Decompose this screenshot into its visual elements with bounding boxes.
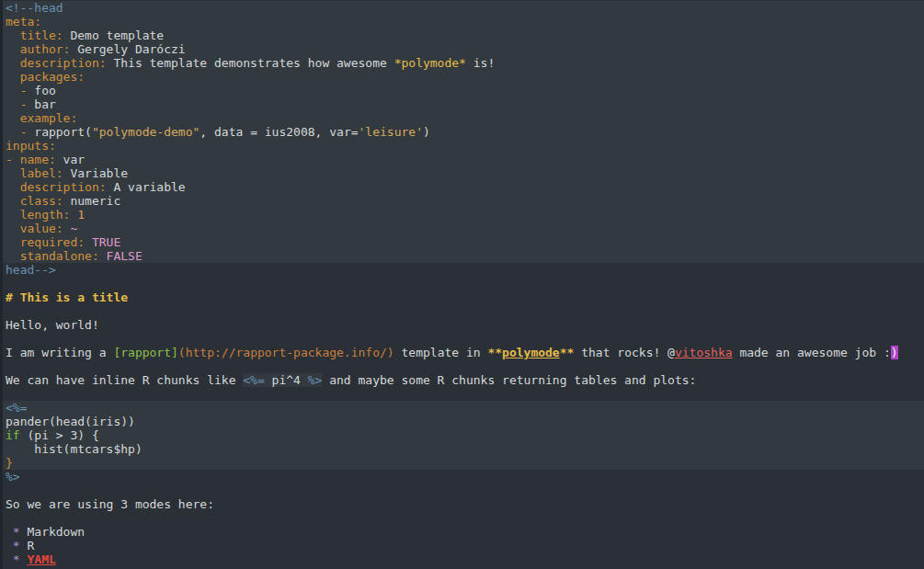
code-segment: - name: bbox=[6, 153, 56, 166]
code-segment: ** bbox=[560, 346, 575, 359]
code-line bbox=[3, 277, 924, 290]
code-segment: I am writing a bbox=[6, 346, 113, 359]
code-segment: vitoshka bbox=[675, 346, 733, 359]
code-line: Hello, world! bbox=[3, 318, 924, 332]
code-segment bbox=[6, 84, 20, 97]
code-segment bbox=[6, 42, 20, 56]
code-line: hist(mtcars$hp) bbox=[3, 442, 924, 456]
code-line: head--> bbox=[3, 263, 924, 277]
code-segment: This template demonstrates how awesome bbox=[107, 56, 394, 70]
code-segment: , data = ius2008, var= bbox=[200, 125, 358, 139]
code-segment: numeric bbox=[63, 194, 121, 208]
code-segment: required: bbox=[20, 235, 85, 249]
code-line: required: TRUE bbox=[3, 235, 924, 249]
code-segment: Demo template bbox=[63, 28, 165, 42]
code-line: %> bbox=[3, 470, 924, 484]
code-line: value: ~ bbox=[3, 222, 924, 235]
code-line: inputs: bbox=[3, 139, 924, 153]
code-segment: A variable bbox=[107, 180, 186, 194]
code-line bbox=[3, 332, 924, 346]
code-segment bbox=[6, 539, 13, 552]
code-line: * YAML bbox=[3, 552, 924, 566]
code-segment: packages: bbox=[20, 70, 85, 84]
code-line: label: Variable bbox=[3, 166, 924, 180]
code-line: We can have inline R chunks like <%= pi^… bbox=[3, 373, 924, 387]
code-line: } bbox=[3, 456, 924, 470]
code-segment: "polymode-demo" bbox=[92, 125, 200, 139]
code-segment: hist(mtcars$hp) bbox=[6, 442, 143, 456]
code-line: example: bbox=[3, 111, 924, 125]
code-segment: So we are using 3 modes here: bbox=[6, 497, 214, 511]
code-segment: class: bbox=[20, 194, 63, 208]
code-segment bbox=[6, 166, 20, 180]
code-line bbox=[3, 511, 924, 525]
code-segment: %> bbox=[308, 373, 323, 387]
code-segment: inputs: bbox=[6, 139, 56, 153]
code-segment: * bbox=[13, 552, 20, 566]
code-line: length: 1 bbox=[3, 208, 924, 222]
code-line: - rapport("polymode-demo", data = ius200… bbox=[3, 125, 924, 139]
code-segment: *polymode* bbox=[394, 56, 466, 70]
code-line: meta: bbox=[3, 15, 924, 28]
code-segment: %> bbox=[6, 470, 20, 484]
code-segment: title: bbox=[20, 28, 63, 42]
code-segment: <%= bbox=[6, 401, 27, 415]
code-segment bbox=[6, 552, 13, 566]
code-segment: and maybe some R chunks returning tables… bbox=[322, 373, 696, 387]
code-line: pander(head(iris)) bbox=[3, 415, 924, 428]
code-segment: is! bbox=[466, 56, 495, 70]
code-segment bbox=[6, 56, 20, 70]
text-editor-buffer[interactable]: <!--headmeta: title: Demo template autho… bbox=[0, 0, 924, 569]
code-segment: # This is a title bbox=[6, 290, 128, 304]
code-segment: author: bbox=[20, 42, 71, 56]
code-segment bbox=[6, 249, 20, 263]
code-segment: ** bbox=[487, 346, 502, 359]
code-line: packages: bbox=[3, 70, 924, 84]
code-line: standalone: FALSE bbox=[3, 249, 924, 263]
code-segment bbox=[6, 28, 20, 42]
code-line: I am writing a [rapport](http://rapport-… bbox=[3, 346, 924, 359]
code-segment: template in bbox=[394, 346, 488, 359]
code-segment: * bbox=[13, 539, 20, 552]
code-line: # This is a title bbox=[3, 290, 924, 304]
code-segment: Markdown bbox=[20, 525, 85, 539]
text-cursor: ) bbox=[891, 346, 898, 359]
code-segment bbox=[85, 235, 92, 249]
code-segment: FALSE bbox=[107, 249, 143, 263]
code-line bbox=[3, 304, 924, 318]
code-segment: example: bbox=[20, 111, 78, 125]
code-segment: <%= bbox=[243, 373, 264, 387]
code-segment: head--> bbox=[6, 263, 56, 277]
code-line bbox=[3, 359, 924, 373]
code-segment bbox=[6, 194, 20, 208]
code-segment: * bbox=[13, 525, 20, 539]
code-segment: standalone: bbox=[20, 249, 99, 263]
code-segment: Hello, world! bbox=[6, 318, 99, 332]
code-line: * R bbox=[3, 539, 924, 552]
code-segment: ) bbox=[423, 125, 430, 139]
code-segment: R bbox=[20, 539, 35, 552]
code-segment bbox=[6, 525, 13, 539]
code-segment: made an awesome job : bbox=[733, 346, 891, 359]
code-segment: value: bbox=[20, 222, 63, 235]
code-line: * Markdown bbox=[3, 525, 924, 539]
code-line: author: Gergely Daróczi bbox=[3, 42, 924, 56]
code-line: if (pi > 3) { bbox=[3, 428, 924, 442]
code-segment bbox=[6, 97, 20, 111]
code-segment: } bbox=[6, 456, 13, 470]
code-segment bbox=[6, 180, 20, 194]
code-line: class: numeric bbox=[3, 194, 924, 208]
code-segment: label: bbox=[20, 166, 63, 180]
code-line: <%= bbox=[3, 401, 924, 415]
code-segment: polymode bbox=[502, 346, 560, 359]
code-line: - name: var bbox=[3, 153, 924, 166]
code-line: - foo bbox=[3, 84, 924, 97]
code-segment: YAML bbox=[27, 552, 55, 566]
code-segment: that rocks! @ bbox=[574, 346, 675, 359]
code-segment bbox=[6, 235, 20, 249]
code-line: So we are using 3 modes here: bbox=[3, 497, 924, 511]
code-segment: if bbox=[6, 428, 20, 442]
code-segment bbox=[6, 111, 20, 125]
code-segment: (pi > 3) { bbox=[20, 428, 99, 442]
code-line: description: This template demonstrates … bbox=[3, 56, 924, 70]
